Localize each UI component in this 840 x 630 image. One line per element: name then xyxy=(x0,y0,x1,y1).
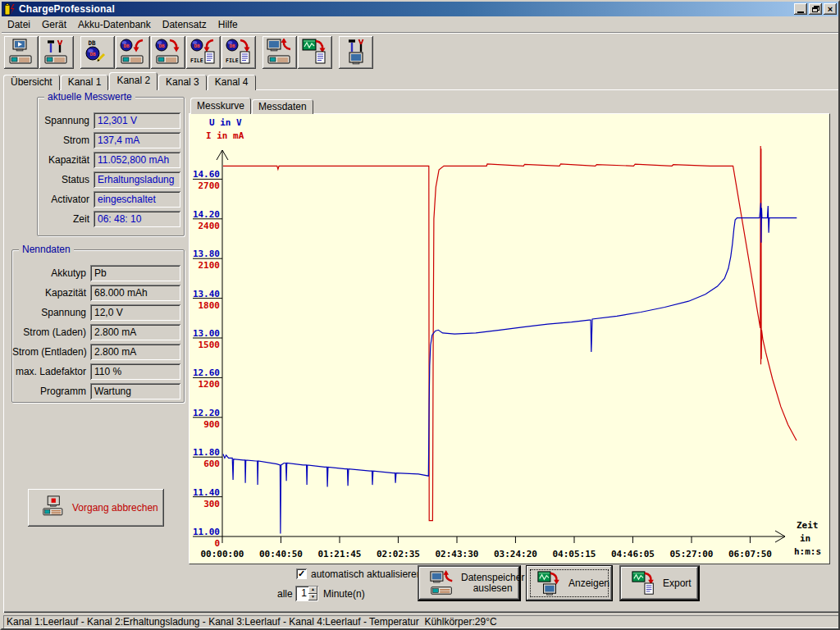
messkurve-chart: 11.00011.4030011.8060012.2090012.6012001… xyxy=(189,114,829,564)
groupbox-nenndaten: Nenndaten AkkutypPbKapazität68.000 mAhSp… xyxy=(11,249,185,403)
pc-arrow-device-icon xyxy=(266,39,294,67)
nenndaten-value-1: 68.000 mAh xyxy=(90,285,180,301)
channel-tabs: ÜbersichtKanal 1Kanal 2Kanal 3Kanal 4 xyxy=(3,72,257,90)
restore-button[interactable] xyxy=(809,3,822,15)
svg-text:11.80: 11.80 xyxy=(193,447,220,458)
nenndaten-label-0: Akkutyp xyxy=(12,267,90,279)
nenndaten-row: AkkutypPb xyxy=(12,265,180,281)
svg-text:DB: DB xyxy=(158,42,165,48)
toolbar-group xyxy=(262,36,333,69)
chart-tabs: MesskurveMessdaten xyxy=(190,97,314,114)
svg-text:900: 900 xyxy=(203,419,220,430)
messwerte-row: Zeit06: 48: 10 xyxy=(38,211,180,227)
pc-arrow-device-icon xyxy=(429,570,455,596)
svg-text:1200: 1200 xyxy=(199,379,221,390)
nenndaten-row: Strom (Laden)2.800 mA xyxy=(12,324,180,340)
anzeigen-label: Anzeigen xyxy=(568,578,609,589)
toolbar-button-start-process[interactable] xyxy=(4,36,39,69)
groupbox-messwerte: aktuelle Messwerte Spannung12,301 VStrom… xyxy=(37,97,185,236)
nenndaten-row: Strom (Entladen)2.800 mA xyxy=(12,344,180,360)
svg-text:DB: DB xyxy=(229,42,235,48)
menu-item-datei[interactable]: Datei xyxy=(2,17,36,32)
minimize-icon xyxy=(797,11,804,13)
messwerte-value-3: Erhaltungsladung xyxy=(94,171,180,188)
abort-button[interactable]: Vorgang abbrechen xyxy=(28,489,164,527)
groupbox-nenndaten-title: Nenndaten xyxy=(19,244,74,255)
svg-text:2700: 2700 xyxy=(199,180,221,191)
datenspeicher-auslesen-button[interactable]: Datenspeicherauslesen xyxy=(418,565,521,601)
close-icon: × xyxy=(828,4,833,14)
db-arrow-device-icon: DB xyxy=(119,39,147,67)
interval-prefix-label: alle xyxy=(277,588,293,600)
tab-kanal-4[interactable]: Kanal 4 xyxy=(208,75,256,90)
menu-item-hilfe[interactable]: Hilfe xyxy=(212,17,244,32)
menu-item-ger-t[interactable]: Gerät xyxy=(36,17,72,32)
nenndaten-value-5: 110 % xyxy=(90,363,180,380)
tab-kanal-2[interactable]: Kanal 2 xyxy=(109,72,158,90)
spinner-down-icon[interactable]: ▼ xyxy=(308,594,317,601)
interval-spinner[interactable]: 1 ▲ ▼ xyxy=(295,586,318,601)
tab--bersicht[interactable]: Übersicht xyxy=(3,75,60,90)
menu-bar: DateiGerätAkku-DatenbankDatensatzHilfe xyxy=(2,16,838,33)
toolbar-button-program-config[interactable] xyxy=(339,36,373,69)
spinner-up-icon[interactable]: ▲ xyxy=(308,587,317,594)
chart-arrow-doc-icon xyxy=(301,39,329,67)
chart-panel: 11.00011.4030011.8060012.2090012.6012001… xyxy=(189,113,830,564)
chart-tab-messdaten[interactable]: Messdaten xyxy=(252,99,313,114)
toolbar-group xyxy=(4,36,75,69)
interval-value[interactable]: 1 xyxy=(295,586,308,601)
nenndaten-label-6: Programm xyxy=(12,386,90,397)
svg-text:DB: DB xyxy=(89,50,96,56)
svg-text:13.00: 13.00 xyxy=(193,328,220,339)
status-text: Kanal 1:Leerlauf - Kanal 2:Erhaltungslad… xyxy=(3,615,840,628)
toolbar-button-device-config[interactable] xyxy=(39,36,74,69)
title-bar[interactable]: ChargeProfessional × xyxy=(2,2,838,16)
toolbar-button-show-data[interactable] xyxy=(298,36,332,69)
play-device-icon xyxy=(7,39,35,67)
menu-item-akku-datenbank[interactable]: Akku-Datenbank xyxy=(72,17,157,32)
tab-kanal-1[interactable]: Kanal 1 xyxy=(61,75,109,90)
messwerte-value-2: 11.052,800 mAh xyxy=(94,152,180,168)
minimize-button[interactable] xyxy=(794,3,807,15)
toolbar-button-edit-akku-database[interactable]: DBDB xyxy=(80,36,115,69)
svg-text:Zeit: Zeit xyxy=(797,520,819,531)
svg-text:14.60: 14.60 xyxy=(193,169,220,180)
nenndaten-label-5: max. Ladefaktor xyxy=(12,366,90,377)
svg-text:DB: DB xyxy=(194,42,200,48)
svg-text:05:27:00: 05:27:00 xyxy=(670,549,714,559)
toolbar: DBDBDBDBDBFILEDBFILE xyxy=(2,34,838,71)
export-button[interactable]: Export xyxy=(619,565,700,601)
toolbar-button-database-to-file[interactable]: DBFILE xyxy=(221,36,256,69)
menu-item-datensatz[interactable]: Datensatz xyxy=(157,17,212,32)
abort-button-label: Vorgang abbrechen xyxy=(72,502,158,514)
nenndaten-value-3: 2.800 mA xyxy=(90,324,180,340)
svg-text:0: 0 xyxy=(214,538,220,549)
svg-text:14.20: 14.20 xyxy=(193,209,220,220)
anzeigen-button[interactable]: Anzeigen xyxy=(526,565,613,601)
messwerte-value-4: eingeschaltet xyxy=(94,191,180,208)
toolbar-button-device-to-database[interactable]: DB xyxy=(151,36,185,69)
app-window: ChargeProfessional × DateiGerätAkku-Date… xyxy=(0,0,840,630)
svg-text:2400: 2400 xyxy=(199,221,221,231)
toolbar-button-database-to-device[interactable]: DB xyxy=(116,36,150,69)
toolbar-button-read-datastore[interactable] xyxy=(262,36,297,69)
nenndaten-value-4: 2.800 mA xyxy=(90,344,180,360)
nenndaten-value-2: 12,0 V xyxy=(90,304,180,321)
close-button[interactable]: × xyxy=(824,3,837,15)
messwerte-label-4: Activator xyxy=(38,194,94,205)
datenspeicher-auslesen-label: Datenspeicherauslesen xyxy=(461,573,524,594)
svg-text:04:46:05: 04:46:05 xyxy=(611,549,655,559)
svg-text:FILE: FILE xyxy=(226,57,239,64)
chart-arrow-doc-icon xyxy=(631,570,657,596)
svg-text:2100: 2100 xyxy=(199,260,221,271)
svg-text:I in mA: I in mA xyxy=(206,130,244,141)
svg-text:02:43:30: 02:43:30 xyxy=(436,549,479,559)
toolbar-button-file-to-database[interactable]: DBFILE xyxy=(186,36,221,69)
tab-kanal-3[interactable]: Kanal 3 xyxy=(158,75,207,90)
stop-device-icon xyxy=(43,495,67,520)
svg-text:U in V: U in V xyxy=(209,117,242,128)
nenndaten-label-2: Spannung xyxy=(12,307,90,318)
chart-tab-messkurve[interactable]: Messkurve xyxy=(190,98,251,114)
auto-refresh-checkbox[interactable]: ✓ xyxy=(296,568,307,579)
window-title: ChargeProfessional xyxy=(19,3,115,15)
